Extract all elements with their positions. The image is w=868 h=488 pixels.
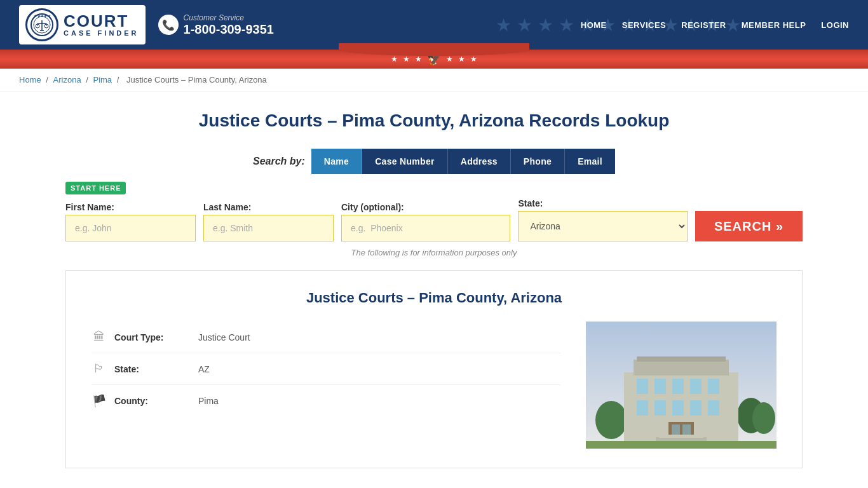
first-name-label: First Name: xyxy=(65,202,196,212)
search-form-row: First Name: Last Name: City (optional): … xyxy=(65,198,803,241)
court-building-image xyxy=(586,322,776,449)
info-card-body: 🏛 Court Type: Justice Court 🏳 State: AZ … xyxy=(92,322,776,449)
nav-member-help[interactable]: MEMBER HELP xyxy=(742,20,806,30)
cs-label: Customer Service xyxy=(184,13,274,22)
info-row-county: 🏴 County: Pima xyxy=(92,385,560,417)
star-4: ★ xyxy=(446,55,453,64)
search-by-row: Search by: Name Case Number Address Phon… xyxy=(65,149,803,174)
breadcrumb-arizona[interactable]: Arizona xyxy=(53,75,81,85)
logo-case-finder-label: CASE FINDER xyxy=(64,29,139,37)
logo-emblem: ★ ★ ★ ★ ★ xyxy=(25,8,58,41)
eagle-icon: 🦅 xyxy=(427,52,441,66)
page-title: Justice Courts – Pima County, Arizona Re… xyxy=(65,111,803,131)
breadcrumb-pima[interactable]: Pima xyxy=(93,75,112,85)
county-val: Pima xyxy=(198,396,219,406)
svg-text:★ ★ ★ ★ ★: ★ ★ ★ ★ ★ xyxy=(34,14,51,18)
city-label: City (optional): xyxy=(341,202,510,212)
star-6: ★ xyxy=(470,55,477,64)
search-by-label: Search by: xyxy=(253,156,305,167)
breadcrumb: Home / Arizona / Pima / Justice Courts –… xyxy=(0,69,868,92)
star-5: ★ xyxy=(458,55,465,64)
svg-rect-18 xyxy=(654,379,666,394)
last-name-input[interactable] xyxy=(203,215,334,241)
site-header: ★ ★ ★ ★ ★ ★ ★ ★ ★ ★ ★ ★ ★ ★ ★ ★ ★ xyxy=(0,0,868,50)
svg-point-13 xyxy=(752,402,775,434)
star-2: ★ xyxy=(403,55,410,64)
svg-rect-30 xyxy=(586,441,776,449)
info-card-title: Justice Courts – Pima County, Arizona xyxy=(92,290,776,306)
city-group: City (optional): xyxy=(341,202,510,241)
breadcrumb-sep-3: / xyxy=(117,75,121,85)
eagle-section: ★ ★ ★ 🦅 ★ ★ ★ xyxy=(391,52,477,66)
svg-point-11 xyxy=(595,401,627,439)
svg-rect-17 xyxy=(637,379,648,394)
svg-rect-20 xyxy=(690,379,702,394)
logo-text: COURT CASE FINDER xyxy=(64,13,139,37)
court-type-key: Court Type: xyxy=(114,332,191,342)
court-type-icon: 🏛 xyxy=(92,330,107,344)
svg-rect-23 xyxy=(654,400,666,416)
customer-service: 📞 Customer Service 1-800-309-9351 xyxy=(158,13,274,37)
state-select[interactable]: Arizona Alabama Alaska Arkansas Californ… xyxy=(518,211,687,241)
star-3: ★ xyxy=(415,55,422,64)
last-name-group: Last Name: xyxy=(203,202,334,241)
svg-rect-25 xyxy=(690,400,702,416)
city-input[interactable] xyxy=(341,215,510,241)
logo-court-label: COURT xyxy=(64,13,139,29)
search-button[interactable]: SEARCH » xyxy=(695,211,803,241)
tab-name[interactable]: Name xyxy=(311,149,362,174)
info-fields: 🏛 Court Type: Justice Court 🏳 State: AZ … xyxy=(92,322,560,449)
court-type-val: Justice Court xyxy=(198,332,250,342)
start-here-badge: START HERE xyxy=(65,182,126,194)
main-content: Justice Courts – Pima County, Arizona Re… xyxy=(53,92,815,481)
state-label: State: xyxy=(518,198,687,208)
tab-phone[interactable]: Phone xyxy=(511,149,565,174)
county-key: County: xyxy=(114,396,191,406)
cs-phone: 1-800-309-9351 xyxy=(184,22,274,37)
tab-email[interactable]: Email xyxy=(565,149,615,174)
disclaimer: The following is for information purpose… xyxy=(65,248,803,257)
header-left: ★ ★ ★ ★ ★ COURT CASE FINDER 📞 Cust xyxy=(19,5,274,44)
svg-rect-15 xyxy=(634,360,729,376)
state-val: AZ xyxy=(198,364,210,374)
nav-services[interactable]: SERVICES xyxy=(622,20,667,30)
nav-login[interactable]: LOGIN xyxy=(821,20,849,30)
nav-home[interactable]: HOME xyxy=(581,20,607,30)
last-name-label: Last Name: xyxy=(203,202,334,212)
svg-rect-19 xyxy=(672,379,684,394)
star-1: ★ xyxy=(391,55,398,64)
state-key: State: xyxy=(114,364,191,374)
svg-rect-22 xyxy=(637,400,648,416)
svg-rect-24 xyxy=(672,400,684,416)
phone-icon: 📞 xyxy=(158,15,179,35)
state-group: State: Arizona Alabama Alaska Arkansas C… xyxy=(518,198,687,241)
info-card: Justice Courts – Pima County, Arizona 🏛 … xyxy=(65,270,803,468)
wave-banner: ★ ★ ★ 🦅 ★ ★ ★ xyxy=(0,50,868,69)
form-section: START HERE First Name: Last Name: City (… xyxy=(65,182,803,241)
tab-address[interactable]: Address xyxy=(448,149,511,174)
county-icon: 🏴 xyxy=(92,394,107,408)
logo[interactable]: ★ ★ ★ ★ ★ COURT CASE FINDER xyxy=(19,5,146,44)
nav-register[interactable]: REGISTER xyxy=(681,20,726,30)
cs-text: Customer Service 1-800-309-9351 xyxy=(184,13,274,37)
tab-case-number[interactable]: Case Number xyxy=(362,149,448,174)
info-row-state: 🏳 State: AZ xyxy=(92,353,560,385)
breadcrumb-sep-1: / xyxy=(46,75,50,85)
info-row-court-type: 🏛 Court Type: Justice Court xyxy=(92,322,560,353)
breadcrumb-current: Justice Courts – Pima County, Arizona xyxy=(126,75,267,85)
state-icon: 🏳 xyxy=(92,362,107,376)
svg-rect-32 xyxy=(659,435,703,438)
first-name-group: First Name: xyxy=(65,202,196,241)
svg-rect-16 xyxy=(637,356,726,362)
svg-rect-21 xyxy=(708,379,719,394)
first-name-input[interactable] xyxy=(65,215,196,241)
breadcrumb-home[interactable]: Home xyxy=(19,75,41,85)
svg-rect-26 xyxy=(708,400,719,416)
header-nav: HOME SERVICES REGISTER MEMBER HELP LOGIN xyxy=(581,20,849,30)
breadcrumb-sep-2: / xyxy=(86,75,90,85)
